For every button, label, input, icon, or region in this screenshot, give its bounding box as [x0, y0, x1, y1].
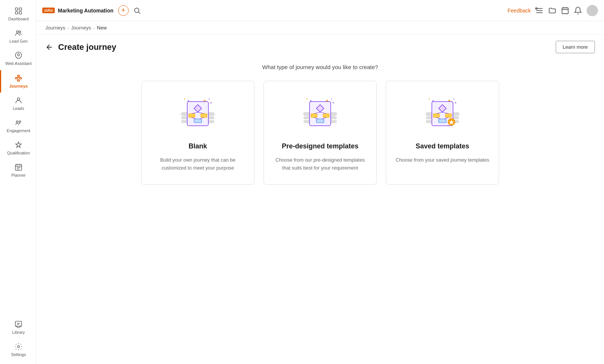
library-icon	[14, 320, 23, 329]
folder-icon-btn[interactable]	[548, 6, 556, 15]
sidebar-item-journeys[interactable]: Journeys	[0, 70, 36, 93]
svg-rect-3	[19, 12, 22, 14]
back-button[interactable]	[45, 43, 54, 51]
svg-point-5	[19, 31, 21, 33]
folder-icon	[548, 6, 556, 15]
list-icon	[535, 6, 544, 15]
svg-point-28	[17, 345, 20, 348]
svg-rect-95	[439, 119, 446, 123]
add-button[interactable]: +	[118, 5, 129, 16]
svg-point-6	[17, 54, 20, 56]
svg-point-47	[209, 99, 210, 100]
svg-rect-55	[194, 119, 202, 123]
pre-designed-card-title: Pre-designed templates	[282, 142, 358, 150]
svg-rect-0	[15, 8, 18, 10]
web-assistant-icon	[14, 51, 23, 60]
svg-marker-18	[16, 142, 22, 148]
sidebar-item-dashboard[interactable]: Dashboard	[0, 3, 36, 25]
pre-designed-card-icon	[297, 93, 343, 135]
back-arrow-icon	[45, 43, 54, 51]
saved-journey-svg	[420, 93, 465, 135]
svg-point-4	[17, 31, 19, 33]
breadcrumb-journeys-2[interactable]: Journeys	[71, 25, 91, 31]
journey-question: What type of journey would you like to c…	[45, 64, 595, 70]
planner-icon	[14, 163, 23, 171]
svg-point-16	[16, 121, 18, 123]
svg-rect-94	[445, 114, 451, 117]
saved-card-desc: Choose from your saved journey templates	[396, 156, 489, 164]
leads-icon	[14, 96, 23, 105]
sidebar-dashboard-label: Dashboard	[8, 17, 29, 22]
svg-rect-53	[189, 114, 195, 117]
sidebar-item-lead-gen[interactable]: Lead Gen	[0, 25, 36, 48]
breadcrumb-journeys-1[interactable]: Journeys	[45, 25, 65, 31]
app-title: Marketing Automation	[58, 8, 113, 14]
feedback-button[interactable]: Feedback	[508, 8, 531, 14]
sidebar-settings-label: Settings	[11, 352, 26, 357]
svg-rect-1	[19, 8, 22, 10]
sidebar-planner-label: Planner	[11, 173, 26, 178]
saved-card-title: Saved templates	[416, 142, 469, 150]
learn-more-button[interactable]: Learn more	[556, 41, 595, 53]
breadcrumb-new: New	[97, 25, 107, 31]
svg-point-68	[333, 102, 334, 103]
bell-icon	[574, 6, 582, 15]
sidebar-item-planner[interactable]: Planner	[0, 159, 36, 182]
svg-rect-2	[15, 12, 18, 14]
svg-rect-74	[323, 114, 329, 117]
svg-rect-10	[17, 80, 20, 81]
list-icon-btn[interactable]	[535, 6, 544, 15]
saved-card[interactable]: Saved templates Choose from your saved j…	[386, 81, 499, 185]
breadcrumb-sep-1: ›	[68, 26, 69, 30]
svg-rect-7	[17, 75, 20, 76]
lead-gen-icon	[14, 29, 23, 37]
engagement-icon	[14, 119, 23, 127]
sidebar-item-leads[interactable]: Leads	[0, 93, 36, 115]
svg-rect-54	[201, 114, 207, 117]
svg-point-87	[453, 99, 455, 100]
bell-icon-btn[interactable]	[574, 6, 582, 15]
sidebar-item-settings[interactable]: Settings	[0, 339, 36, 361]
blank-journey-svg	[175, 93, 220, 135]
sidebar-lead-gen-label: Lead Gen	[9, 39, 28, 44]
journey-type-section: What type of journey would you like to c…	[36, 58, 604, 197]
qualification-icon	[14, 141, 23, 149]
svg-point-88	[455, 102, 456, 103]
pre-designed-card-desc: Choose from our pre-designed templates t…	[273, 156, 367, 172]
sidebar-item-web-assistant[interactable]: Web Assistant	[0, 48, 36, 70]
blank-card[interactable]: Blank Build your own journey that can be…	[141, 81, 254, 185]
calendar-icon	[561, 6, 569, 15]
sidebar-web-assistant-label: Web Assistant	[5, 61, 32, 66]
main-wrapper: zoho Marketing Automation + Feedback	[36, 0, 604, 364]
breadcrumb-sep-2: ›	[93, 26, 95, 30]
sidebar-leads-label: Leads	[13, 106, 24, 111]
svg-line-30	[138, 12, 140, 14]
svg-point-29	[134, 8, 139, 12]
avatar[interactable]	[587, 5, 598, 16]
sidebar-item-engagement[interactable]: Engagement	[0, 115, 36, 137]
saved-card-icon	[420, 93, 465, 135]
svg-point-90	[429, 99, 430, 100]
sidebar-item-library[interactable]: Library	[0, 316, 36, 339]
blank-card-icon	[175, 93, 220, 135]
page-title: Create journey	[58, 42, 551, 52]
journeys-icon	[14, 74, 23, 82]
main-content: Journeys › Journeys › New Create journey…	[36, 21, 604, 364]
logo-area: zoho Marketing Automation	[42, 8, 114, 14]
sidebar-item-qualification[interactable]: Qualification	[0, 137, 36, 159]
sidebar-engagement-label: Engagement	[7, 128, 30, 133]
dashboard-icon	[14, 7, 23, 15]
pre-designed-journey-svg	[297, 93, 343, 135]
svg-point-15	[17, 98, 20, 100]
topbar: zoho Marketing Automation + Feedback	[36, 0, 604, 21]
search-icon-btn[interactable]	[133, 7, 141, 14]
sidebar-library-label: Library	[12, 330, 25, 335]
pre-designed-card[interactable]: Pre-designed templates Choose from our p…	[263, 81, 377, 185]
svg-point-17	[19, 121, 21, 123]
sidebar-journeys-label: Journeys	[9, 84, 28, 89]
svg-point-67	[331, 99, 332, 100]
sidebar-qualification-label: Qualification	[7, 151, 30, 156]
zoho-logo: zoho	[42, 8, 55, 13]
svg-rect-93	[433, 114, 439, 117]
calendar-icon-btn[interactable]	[561, 6, 569, 15]
